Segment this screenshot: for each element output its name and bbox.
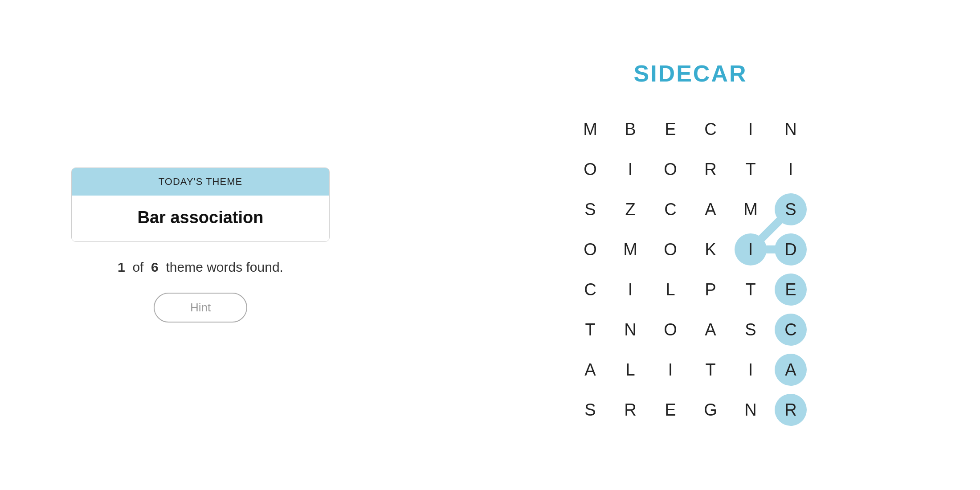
cell-letter-4-3: P <box>694 274 727 306</box>
cell-2-1[interactable]: Z <box>610 189 650 229</box>
cell-7-2[interactable]: E <box>650 390 690 430</box>
cell-letter-5-4: S <box>735 314 767 346</box>
cell-letter-6-5: A <box>775 354 807 386</box>
cell-letter-6-4: I <box>735 354 767 386</box>
cell-letter-5-1: N <box>614 314 646 346</box>
cell-3-2[interactable]: O <box>650 229 690 270</box>
cell-3-3[interactable]: K <box>690 229 731 270</box>
cell-0-3[interactable]: C <box>690 109 731 149</box>
hint-button[interactable]: Hint <box>154 293 247 323</box>
cell-letter-0-5: N <box>775 113 807 145</box>
puzzle-title: SIDECAR <box>633 60 747 87</box>
progress-label: theme words found. <box>166 260 283 274</box>
cell-letter-3-0: O <box>574 233 606 265</box>
found-count: 1 <box>118 260 125 274</box>
cell-2-4[interactable]: M <box>731 189 771 229</box>
cell-2-3[interactable]: A <box>690 189 731 229</box>
cell-7-0[interactable]: S <box>570 390 610 430</box>
cell-letter-3-1: M <box>614 233 646 265</box>
cell-letter-0-1: B <box>614 113 646 145</box>
cell-2-2[interactable]: C <box>650 189 690 229</box>
cell-letter-2-2: C <box>654 193 686 225</box>
cell-5-0[interactable]: T <box>570 310 610 350</box>
theme-header: TODAY'S THEME <box>72 168 329 196</box>
cell-letter-7-5: R <box>775 394 807 426</box>
cell-1-2[interactable]: O <box>650 149 690 189</box>
cell-letter-3-4: I <box>735 233 767 265</box>
cell-4-0[interactable]: C <box>570 270 610 310</box>
cell-letter-4-5: E <box>775 274 807 306</box>
theme-card: TODAY'S THEME Bar association <box>71 167 330 242</box>
cell-3-5[interactable]: D <box>771 229 811 270</box>
cell-letter-1-2: O <box>654 153 686 185</box>
cell-letter-3-2: O <box>654 233 686 265</box>
cell-5-4[interactable]: S <box>731 310 771 350</box>
theme-body: Bar association <box>72 196 329 241</box>
cell-letter-0-3: C <box>694 113 727 145</box>
cell-letter-1-0: O <box>574 153 606 185</box>
cell-4-3[interactable]: P <box>690 270 731 310</box>
cell-letter-1-4: T <box>735 153 767 185</box>
cell-4-1[interactable]: I <box>610 270 650 310</box>
progress-text: 1 of 6 theme words found. <box>118 260 283 275</box>
cell-6-4[interactable]: I <box>731 350 771 390</box>
cell-5-5[interactable]: C <box>771 310 811 350</box>
cell-letter-2-5: S <box>775 193 807 225</box>
cell-1-0[interactable]: O <box>570 149 610 189</box>
left-panel: TODAY'S THEME Bar association 1 of 6 the… <box>0 0 401 490</box>
cell-3-4[interactable]: I <box>731 229 771 270</box>
cell-7-4[interactable]: N <box>731 390 771 430</box>
cell-letter-0-2: E <box>654 113 686 145</box>
cell-letter-4-0: C <box>574 274 606 306</box>
cell-6-1[interactable]: L <box>610 350 650 390</box>
cell-letter-1-3: R <box>694 153 727 185</box>
cell-3-1[interactable]: M <box>610 229 650 270</box>
cell-letter-2-0: S <box>574 193 606 225</box>
cell-6-0[interactable]: A <box>570 350 610 390</box>
cell-6-2[interactable]: I <box>650 350 690 390</box>
grid-container: MBECINOIORTISZCAMSOMOKIDCILPTETNOASCALIT… <box>570 109 811 430</box>
cell-6-5[interactable]: A <box>771 350 811 390</box>
cell-letter-2-1: Z <box>614 193 646 225</box>
cell-4-2[interactable]: L <box>650 270 690 310</box>
cell-0-0[interactable]: M <box>570 109 610 149</box>
cell-0-1[interactable]: B <box>610 109 650 149</box>
cell-5-2[interactable]: O <box>650 310 690 350</box>
cell-5-3[interactable]: A <box>690 310 731 350</box>
cell-letter-6-1: L <box>614 354 646 386</box>
cell-letter-7-2: E <box>654 394 686 426</box>
cell-7-5[interactable]: R <box>771 390 811 430</box>
cell-4-4[interactable]: T <box>731 270 771 310</box>
cell-7-1[interactable]: R <box>610 390 650 430</box>
cell-0-5[interactable]: N <box>771 109 811 149</box>
cell-letter-7-4: N <box>735 394 767 426</box>
cell-letter-4-2: L <box>654 274 686 306</box>
cell-2-5[interactable]: S <box>771 189 811 229</box>
cell-1-4[interactable]: T <box>731 149 771 189</box>
cell-2-0[interactable]: S <box>570 189 610 229</box>
cell-letter-5-2: O <box>654 314 686 346</box>
cell-5-1[interactable]: N <box>610 310 650 350</box>
cell-letter-7-1: R <box>614 394 646 426</box>
cell-1-1[interactable]: I <box>610 149 650 189</box>
cell-letter-0-0: M <box>574 113 606 145</box>
right-panel: SIDECAR MBECINOIORTISZCAMSOMOKIDCILPTETN… <box>401 0 980 490</box>
cell-7-3[interactable]: G <box>690 390 731 430</box>
cell-letter-3-3: K <box>694 233 727 265</box>
cell-1-3[interactable]: R <box>690 149 731 189</box>
cell-letter-6-3: T <box>694 354 727 386</box>
cell-letter-2-3: A <box>694 193 727 225</box>
cell-0-4[interactable]: I <box>731 109 771 149</box>
cell-letter-4-1: I <box>614 274 646 306</box>
theme-title: Bar association <box>72 208 329 227</box>
cell-letter-4-4: T <box>735 274 767 306</box>
cell-4-5[interactable]: E <box>771 270 811 310</box>
cell-letter-6-0: A <box>574 354 606 386</box>
cell-letter-2-4: M <box>735 193 767 225</box>
cell-letter-1-1: I <box>614 153 646 185</box>
cell-0-2[interactable]: E <box>650 109 690 149</box>
cell-6-3[interactable]: T <box>690 350 731 390</box>
cell-1-5[interactable]: I <box>771 149 811 189</box>
cell-letter-7-0: S <box>574 394 606 426</box>
cell-3-0[interactable]: O <box>570 229 610 270</box>
